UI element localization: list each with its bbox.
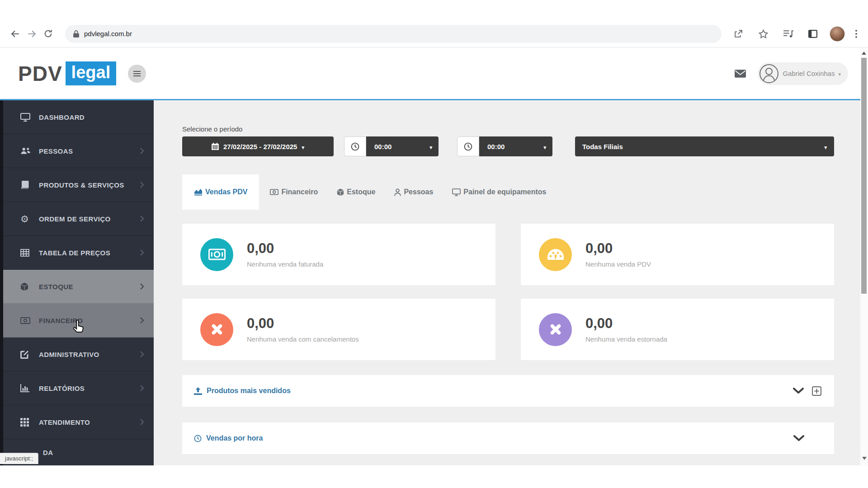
app-header: PDV legal Gabriel Coxinhas [0,48,868,100]
reload-button[interactable] [40,26,56,42]
status-bar-link-tooltip: javascript:; [0,453,38,464]
share-button[interactable] [730,26,746,42]
branch-select[interactable]: Todas Filiais [575,136,834,156]
side-panel-button[interactable] [805,26,821,42]
tab-financeiro[interactable]: Financeiro [270,188,318,196]
dashboard-tabs: Vendas PDV Financeiro Estoque [182,174,834,210]
sidebar-item-ordem-de-servico[interactable]: ORDEM DE SERVIÇO [0,202,154,236]
star-icon [759,29,768,38]
chevron-right-icon [140,182,144,188]
box-icon [20,282,32,291]
address-bar[interactable]: pdvlegal.com.br [65,25,722,43]
lock-icon [73,30,79,38]
panel-title[interactable]: Vendas por hora [194,434,263,442]
reading-list-button[interactable] [780,26,796,42]
forward-button[interactable] [24,26,40,42]
scroll-up-arrow-icon[interactable] [862,52,866,55]
time-end-select[interactable]: 00:00 [479,136,552,156]
sidebar-item-estoque[interactable]: ESTOQUE [0,270,154,304]
tab-estoque[interactable]: Estoque [337,188,375,196]
browser-profile-avatar[interactable] [830,26,845,42]
chevron-right-icon [140,148,144,154]
person-icon [394,188,401,196]
caret-down-icon [302,143,304,150]
user-avatar-icon [759,64,779,84]
money-icon [270,189,278,195]
money-bill-icon [200,238,233,271]
browser-menu-button[interactable] [854,30,859,38]
sidebar-item-administrativo[interactable]: ADMINISTRATIVO [0,338,154,371]
logo-text-pdv: PDV [18,61,62,86]
sidebar-nav: DASHBOARD PESSOAS PRODUTOS & SERVIÇOS [0,100,154,465]
window-left-edge [0,100,3,465]
time-start-select[interactable]: 00:00 [366,136,439,156]
sidebar-item-relatorios[interactable]: RELATÓRIOS [0,371,154,405]
bookmark-button[interactable] [755,26,771,42]
clock-icon [194,435,202,442]
chevron-right-icon [140,283,144,290]
reload-icon [43,29,53,38]
area-chart-icon [194,188,203,196]
chevron-right-icon [140,385,144,391]
page-scrollbar[interactable] [860,48,868,465]
box-icon [337,188,344,196]
dashboard-main: Selecione o período 27/02/2025 - 27/02/2… [154,100,868,465]
panel-title[interactable]: Produtos mais vendidos [194,387,291,395]
time-start-widget: 00:00 [344,136,439,156]
share-icon [734,29,743,38]
card-venda-pdv: 0,00 Nenhuma venda PDV [521,224,834,285]
date-range-value: 27/02/2025 - 27/02/2025 [223,143,297,150]
hamburger-icon [133,71,141,72]
browser-toolbar: pdvlegal.com.br [0,20,868,47]
collapse-button[interactable] [793,388,804,394]
reading-list-icon [783,29,793,38]
bar-chart-icon [20,384,32,392]
url-text: pdvlegal.com.br [84,30,132,38]
card-caption: Nenhuma venda estornada [585,335,667,343]
sidebar-item-dashboard[interactable]: DASHBOARD [0,100,154,134]
plus-square-icon [812,386,821,396]
sidebar-item-tabela-de-precos[interactable]: TABELA DE PREÇOS [0,236,154,270]
monitor-icon [452,188,461,196]
date-range-picker[interactable]: 27/02/2025 - 27/02/2025 [182,136,334,156]
expand-button[interactable] [812,386,821,396]
card-venda-cancelamentos: 0,00 Nenhuma venda com cancelamentos [182,299,495,360]
money-icon [20,317,32,324]
card-value: 0,00 [247,241,323,256]
back-button[interactable] [7,26,24,42]
period-label: Selecione o período [182,125,834,133]
x-mark-icon [200,313,233,346]
book-icon [20,181,32,189]
tab-pessoas[interactable]: Pessoas [394,188,433,196]
caret-down-icon [429,143,432,150]
sidebar-item-atendimento[interactable]: ATENDIMENTO [0,405,154,439]
chevron-down-icon [793,435,804,441]
page-viewport: PDV legal Gabriel Coxinhas DASHBOARD [0,48,868,465]
scroll-down-arrow-icon[interactable] [862,457,867,460]
user-menu[interactable]: Gabriel Coxinhas [758,62,848,85]
sidebar-toggle-button[interactable] [128,65,146,83]
collapse-button[interactable] [793,435,804,441]
card-value: 0,00 [247,316,359,331]
upload-icon [194,387,202,395]
stat-cards: 0,00 Nenhuma venda faturada 0,00 Nenhuma… [182,224,834,360]
card-venda-estornada: 0,00 Nenhuma venda estornada [521,299,834,360]
scrollbar-thumb[interactable] [861,58,867,294]
forward-arrow-icon [27,29,37,39]
panel-produtos-mais-vendidos: Produtos mais vendidos [182,375,834,407]
users-icon [20,147,32,155]
messages-envelope-icon[interactable] [735,70,746,78]
logo-text-legal: legal [66,61,117,85]
sidebar-item-financeiro[interactable]: FINANCEIRO [0,304,154,338]
card-venda-faturada: 0,00 Nenhuma venda faturada [182,224,495,285]
clock-icon [457,136,479,156]
sidebar-item-pessoas[interactable]: PESSOAS [0,134,154,168]
card-value: 0,00 [585,241,651,256]
pdvlegal-logo[interactable]: PDV legal [18,61,116,86]
tab-painel-de-equipamentos[interactable]: Painel de equipamentos [452,188,546,196]
card-caption: Nenhuma venda PDV [585,260,651,268]
tab-vendas-pdv[interactable]: Vendas PDV [182,174,259,210]
time-end-widget: 00:00 [457,136,552,156]
sidebar-item-produtos-servicos[interactable]: PRODUTOS & SERVIÇOS [0,168,154,202]
gauge-icon [539,238,572,271]
